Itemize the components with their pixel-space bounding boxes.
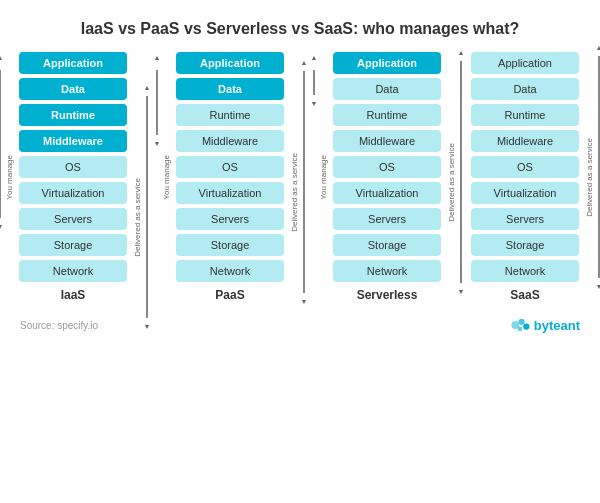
cell-storage: Storage <box>19 234 127 256</box>
paas-delivered-bracket: Delivered as a service ▲ ▼ <box>289 52 309 302</box>
cell-os: OS <box>471 156 579 178</box>
cell-network: Network <box>333 260 441 282</box>
paas-col: ApplicationDataRuntimeMiddlewareOSVirtua… <box>173 52 288 302</box>
cell-middleware: Middleware <box>19 130 127 152</box>
cell-runtime: Runtime <box>176 104 284 126</box>
cell-storage: Storage <box>471 234 579 256</box>
you-manage-label-serverless: You manage <box>319 155 328 200</box>
cell-application: Application <box>333 52 441 74</box>
delivered-label-serverless: Delivered as a service <box>447 143 456 222</box>
cell-servers: Servers <box>471 208 579 230</box>
cell-data: Data <box>19 78 127 100</box>
paas-label: PaaS <box>215 288 244 302</box>
serverless-delivered-bracket: Delivered as a service ▲ ▼ <box>446 52 466 302</box>
saas-wrapper: ApplicationDataRuntimeMiddlewareOSVirtua… <box>468 52 601 302</box>
iaas-wrapper: ▲ ▼ You manage ApplicationDataRuntimeMid… <box>0 52 152 302</box>
iaas-you-manage-bracket: ▲ ▼ You manage <box>0 52 15 302</box>
serverless-label: Serverless <box>357 288 418 302</box>
paas-you-manage-bracket: ▲ ▼ You manage <box>154 52 172 302</box>
svg-point-1 <box>518 319 524 325</box>
delivered-label-iaas: Delivered as a service <box>133 178 142 257</box>
byteant-icon <box>509 316 531 334</box>
source-text: Source: specify.io <box>20 320 98 331</box>
cell-virtualization: Virtualization <box>176 182 284 204</box>
you-manage-label-paas: You manage <box>162 155 171 200</box>
cell-servers: Servers <box>176 208 284 230</box>
serverless-you-manage-bracket: ▲ ▼ You manage <box>311 52 329 302</box>
main-content: ▲ ▼ You manage ApplicationDataRuntimeMid… <box>10 52 590 302</box>
cell-application: Application <box>471 52 579 74</box>
svg-point-3 <box>517 327 522 332</box>
saas-label: SaaS <box>510 288 539 302</box>
page-container: IaaS vs PaaS vs Serverless vs SaaS: who … <box>10 10 590 336</box>
cell-middleware: Middleware <box>176 130 284 152</box>
cell-application: Application <box>176 52 284 74</box>
delivered-label-saas: Delivered as a service <box>585 138 594 217</box>
cell-virtualization: Virtualization <box>333 182 441 204</box>
cell-data: Data <box>176 78 284 100</box>
cell-storage: Storage <box>176 234 284 256</box>
svg-point-2 <box>523 323 529 329</box>
cell-os: OS <box>176 156 284 178</box>
page-title: IaaS vs PaaS vs Serverless vs SaaS: who … <box>10 10 590 52</box>
cell-network: Network <box>19 260 127 282</box>
cell-servers: Servers <box>333 208 441 230</box>
delivered-label-paas: Delivered as a service <box>290 153 299 232</box>
cell-data: Data <box>333 78 441 100</box>
serverless-wrapper: ▲ ▼ You manage ApplicationDataRuntimeMid… <box>311 52 466 302</box>
cell-data: Data <box>471 78 579 100</box>
cell-middleware: Middleware <box>471 130 579 152</box>
cell-os: OS <box>19 156 127 178</box>
iaas-label: IaaS <box>61 288 86 302</box>
cell-virtualization: Virtualization <box>471 182 579 204</box>
cell-application: Application <box>19 52 127 74</box>
cell-network: Network <box>176 260 284 282</box>
cell-network: Network <box>471 260 579 282</box>
cell-storage: Storage <box>333 234 441 256</box>
iaas-delivered-bracket: Delivered as a service ▲ ▼ <box>132 52 152 302</box>
saas-col: ApplicationDataRuntimeMiddlewareOSVirtua… <box>468 52 583 302</box>
you-manage-label-iaas: You manage <box>5 155 14 200</box>
iaas-col: ApplicationDataRuntimeMiddlewareOSVirtua… <box>16 52 131 302</box>
cell-runtime: Runtime <box>471 104 579 126</box>
source-bar: Source: specify.io byteant <box>10 308 590 336</box>
cell-runtime: Runtime <box>333 104 441 126</box>
cell-middleware: Middleware <box>333 130 441 152</box>
cell-virtualization: Virtualization <box>19 182 127 204</box>
saas-delivered-bracket: Delivered as a service ▲ ▼ <box>584 52 601 302</box>
cell-runtime: Runtime <box>19 104 127 126</box>
cell-os: OS <box>333 156 441 178</box>
paas-wrapper: ▲ ▼ You manage ApplicationDataRuntimeMid… <box>154 52 309 302</box>
columns-container: ▲ ▼ You manage ApplicationDataRuntimeMid… <box>0 52 600 302</box>
serverless-col: ApplicationDataRuntimeMiddlewareOSVirtua… <box>330 52 445 302</box>
cell-servers: Servers <box>19 208 127 230</box>
byteant-brand: byteant <box>509 316 580 334</box>
